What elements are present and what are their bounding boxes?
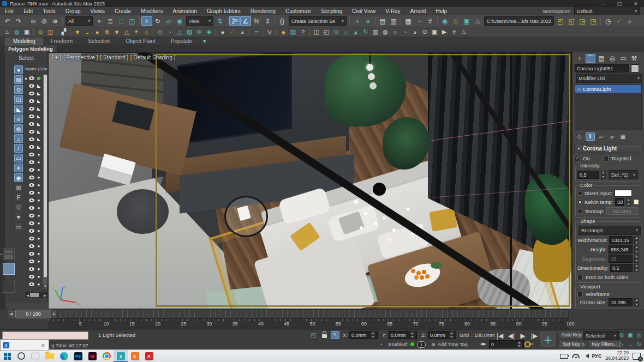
x-spinner[interactable]: ▲▼ xyxy=(371,331,375,339)
tree-add-icon[interactable]: ▲ xyxy=(351,28,361,36)
railclone-icon[interactable]: ▤ xyxy=(288,28,298,36)
zoom-extents-icon[interactable]: ◎ xyxy=(635,331,643,339)
selection-lock-toggle[interactable] xyxy=(320,330,329,339)
material-layered-icon[interactable]: ▱ xyxy=(251,28,261,36)
menu-animation[interactable]: Animation xyxy=(168,8,202,14)
visibility-eye-icon[interactable] xyxy=(29,130,34,134)
material-dots-icon[interactable]: ∴ xyxy=(228,28,237,36)
ribbon-tab-modeling[interactable]: Modeling xyxy=(5,38,43,45)
intensity-field[interactable]: 0,5 xyxy=(577,171,599,179)
display-cameras-icon[interactable]: ◫ xyxy=(14,95,23,104)
percent-snap-icon[interactable]: % xyxy=(251,16,262,26)
perspective-viewport[interactable]: x y z [ + ] [ Perspective ] [ Standard ]… xyxy=(48,52,572,309)
bind-to-space-warp-icon[interactable]: ≋ xyxy=(50,16,61,26)
visibility-eye-icon[interactable] xyxy=(29,252,34,256)
corona-button[interactable]: C xyxy=(128,350,142,362)
frame-spinner[interactable]: ▲▼ xyxy=(517,341,522,348)
workspaces-dropdown[interactable]: Default xyxy=(574,7,640,16)
asset-collect-icon[interactable]: ◱ xyxy=(566,16,577,26)
search-3dsmax-icon[interactable]: ⌕ xyxy=(624,16,635,26)
dialog-close-icon[interactable]: ✕ xyxy=(38,342,49,348)
menu-scripting[interactable]: Scripting xyxy=(316,8,347,14)
viewport-menu-pov[interactable]: [ Perspective ] xyxy=(63,55,98,61)
curve-editor-icon[interactable]: ~ xyxy=(414,16,425,26)
scrollbar-thumb[interactable] xyxy=(30,293,39,297)
camera-add-icon[interactable]: ◰ xyxy=(321,28,331,36)
selection-set-dropdown[interactable]: Selected xyxy=(583,331,619,340)
chrome-button[interactable] xyxy=(99,350,114,362)
object-color-swatch[interactable] xyxy=(631,64,639,73)
archive-icon[interactable]: ▭ xyxy=(14,222,23,231)
zoom-icon[interactable]: ⊕ xyxy=(618,331,625,339)
menu-views[interactable]: Views xyxy=(86,8,110,14)
select-and-move-icon[interactable]: + xyxy=(141,16,152,26)
visibility-eye-icon[interactable] xyxy=(29,260,34,263)
add-time-tag-label[interactable]: Add Time Tag xyxy=(438,342,468,347)
explorer-row[interactable]: ◣ xyxy=(25,97,43,105)
forest-pack-icon[interactable]: ♣ xyxy=(278,28,288,36)
toggle-layer-explorer-icon[interactable]: ▥ xyxy=(388,16,399,26)
visibility-eye-icon[interactable] xyxy=(29,137,34,141)
intensity-spinner[interactable]: ▲▼ xyxy=(601,171,606,179)
stack-item-coronalight[interactable]: ⊙ CoronaLight xyxy=(575,85,641,93)
material-editor-icon[interactable]: ◉ xyxy=(439,16,450,26)
corona-terrain-icon[interactable]: △ xyxy=(175,28,184,36)
viewport-layout-tab-3[interactable] xyxy=(3,281,15,293)
library-book-icon[interactable]: ▥ xyxy=(371,28,380,36)
minimize-button[interactable]: – xyxy=(595,1,611,7)
segments-spinner[interactable]: ▲▼ xyxy=(634,255,639,263)
menu-graph-editors[interactable]: Graph Editors xyxy=(202,8,246,14)
use-pivot-point-icon[interactable]: ⇅ xyxy=(214,16,225,26)
asset-library-icon[interactable]: ◳ xyxy=(588,16,599,26)
explorer-row[interactable]: ● xyxy=(25,242,43,250)
visibility-eye-icon[interactable] xyxy=(29,92,34,95)
visibility-eye-icon[interactable] xyxy=(29,76,34,80)
display-containers-icon[interactable]: ▭ xyxy=(14,154,23,162)
corona-grass-icon[interactable]: Ψ xyxy=(194,28,204,36)
menu-vray[interactable]: V-Ray xyxy=(380,8,405,14)
select-object-icon[interactable]: ⌖ xyxy=(94,16,105,26)
render-setup-icon[interactable]: ♨ xyxy=(450,16,461,26)
select-by-name-icon[interactable]: ≣ xyxy=(105,16,116,26)
corona-sun-rays-icon[interactable]: ☼ xyxy=(141,28,151,36)
asset-relink-icon[interactable]: ◲ xyxy=(577,16,588,26)
named-selection-sets-icon[interactable]: {} xyxy=(277,16,288,26)
animation-layers-icon[interactable]: ◔ xyxy=(377,340,385,348)
menu-modifiers[interactable]: Modifiers xyxy=(136,8,168,14)
explorer-row[interactable]: ● xyxy=(25,219,43,227)
display-shapes-icon[interactable]: ◣ xyxy=(14,105,23,113)
display-frozen-icon[interactable]: ▥ xyxy=(14,183,23,192)
display-helpers-icon[interactable]: ◍ xyxy=(14,124,23,133)
display-bones-icon[interactable]: / xyxy=(14,144,23,153)
remove-modifier-icon[interactable]: ⌀ xyxy=(607,132,617,141)
default-tangent-icon[interactable]: ↻ xyxy=(581,340,587,348)
align-icon[interactable]: ≡ xyxy=(362,16,373,26)
shape-type-dropdown[interactable]: Rectangle xyxy=(579,226,641,235)
visibility-eye-icon[interactable] xyxy=(29,153,34,156)
next-frame-button[interactable]: |▶ xyxy=(529,331,540,340)
visibility-eye-icon[interactable] xyxy=(29,183,34,187)
layers-pie-icon[interactable]: ◔ xyxy=(400,28,410,36)
select-and-place-icon[interactable]: ◉ xyxy=(174,16,185,26)
explorer-row[interactable]: ● xyxy=(25,273,43,280)
explorer-row[interactable]: ● xyxy=(25,196,43,204)
viewport-layout-tab-2[interactable] xyxy=(3,263,15,275)
task-view-button[interactable] xyxy=(28,350,43,362)
explorer-vertical-scrollbar[interactable]: ▼ xyxy=(43,74,47,289)
dock-expand-icon[interactable]: ▸ xyxy=(1,252,2,256)
gizmo-spinner[interactable]: ▲▼ xyxy=(634,298,639,306)
on-checkbox[interactable]: ✓ xyxy=(575,156,580,161)
explorer-row[interactable]: ◣ xyxy=(25,112,43,120)
kelvin-spinner[interactable]: ▲▼ xyxy=(626,198,631,206)
targeted-checkbox[interactable] xyxy=(603,156,609,161)
close-button[interactable]: ✕ xyxy=(628,1,644,7)
add-time-tag-icon[interactable]: ⊕ xyxy=(429,340,438,348)
visibility-eye-icon[interactable] xyxy=(29,168,34,172)
visibility-eye-icon[interactable] xyxy=(29,229,34,233)
viewport-menu-renderer[interactable]: [ Standard ] xyxy=(100,55,128,61)
explorer-row[interactable]: ● xyxy=(25,181,43,189)
display-visibility-icon[interactable]: ◉ xyxy=(14,173,23,182)
explorer-row[interactable]: ◣ xyxy=(25,82,43,89)
toggle-ribbon-icon[interactable]: ▦ xyxy=(403,16,414,26)
explorer-row[interactable]: ● xyxy=(25,189,43,196)
